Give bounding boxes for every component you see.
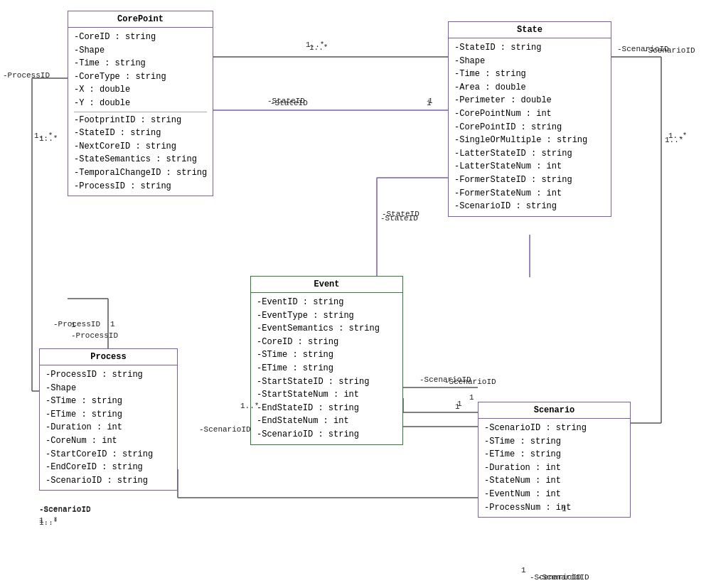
label-stateid-line1: -StateID — [267, 97, 305, 105]
label-processid-left: -ProcessID — [3, 71, 50, 80]
state-box: State -StateID : string -Shape -Time : s… — [448, 21, 611, 217]
svg-text:1: 1 — [521, 566, 526, 574]
label-one-scenario-bottom: 1 — [562, 505, 567, 513]
process-box: Process -ProcessID : string -Shape -STim… — [39, 348, 178, 491]
label-onestar-cp-state: 1..* — [306, 41, 324, 49]
svg-text:1: 1 — [469, 393, 474, 402]
label-stateid-vertical: -StateID — [382, 210, 419, 218]
event-title: Event — [251, 277, 402, 293]
svg-text:-ProcessID: -ProcessID — [71, 331, 118, 340]
label-processid-bottom: -ProcessID — [53, 320, 100, 328]
state-attrs: -StateID : string -Shape -Time : string … — [449, 38, 611, 216]
label-scenarioid-bottom: -ScenarioID — [530, 573, 582, 582]
diagram-container: 1..* 1..* -StateID 1 1..* -ScenarioID -S… — [0, 0, 711, 588]
label-onestar-event: 1..* — [240, 402, 259, 410]
event-attrs: -EventID : string -EventType : string -E… — [251, 293, 402, 444]
corepoint-title: CorePoint — [68, 11, 213, 28]
label-one-scenario-event: 1 — [457, 400, 462, 408]
label-one-state: 1 — [428, 97, 433, 105]
label-scenarioid-connector: -ScenarioID — [419, 375, 471, 384]
process-title: Process — [40, 349, 177, 365]
corepoint-attrs: -CoreID : string -Shape -Time : string -… — [68, 28, 213, 196]
scenario-attrs: -ScenarioID : string -STime : string -ET… — [479, 419, 630, 517]
process-attrs: -ProcessID : string -Shape -STime : stri… — [40, 365, 177, 490]
label-onestar-process: 1..* — [39, 516, 58, 525]
scenario-box: Scenario -ScenarioID : string -STime : s… — [478, 402, 631, 518]
label-one-process: 1 — [110, 320, 115, 328]
label-onestar-state-right: 1..* — [668, 132, 687, 140]
label-scenarioid-event: -ScenarioID — [199, 425, 251, 434]
corepoint-box: CorePoint -CoreID : string -Shape -Time … — [68, 11, 213, 196]
scenario-title: Scenario — [479, 402, 630, 419]
event-box: Event -EventID : string -EventType : str… — [250, 276, 403, 445]
label-scenarioid-process: -ScenarioID — [39, 505, 91, 513]
state-title: State — [449, 22, 611, 38]
label-onestar-left: 1..* — [34, 132, 53, 140]
label-scenarioid-state: -ScenarioID — [617, 45, 669, 53]
